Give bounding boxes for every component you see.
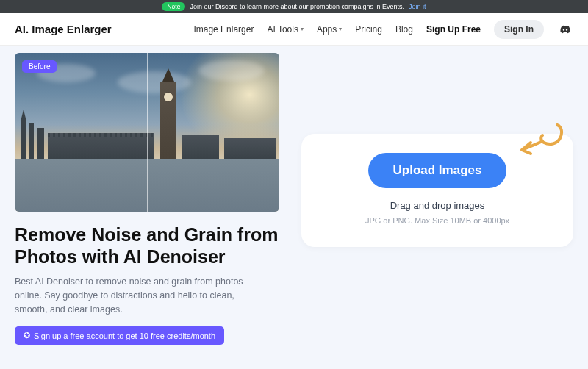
note-pill: Note — [162, 2, 185, 11]
nav-image-enlarger[interactable]: Image Enlarger — [193, 24, 254, 35]
page-description: Best AI Denoiser to remove noise and gra… — [15, 275, 268, 316]
chevron-down-icon: ▾ — [301, 26, 304, 32]
discord-icon[interactable] — [557, 23, 573, 36]
chevron-down-icon: ▾ — [339, 26, 342, 32]
compare-divider[interactable] — [147, 53, 148, 212]
before-badge: Before — [22, 60, 57, 73]
gift-icon: ✪ — [24, 331, 30, 340]
nav: Image Enlarger AI Tools▾ Apps▾ Pricing B… — [193, 20, 573, 39]
nav-ai-tools[interactable]: AI Tools▾ — [267, 24, 303, 35]
promo-banner: Note Join our Discord to learn more abou… — [0, 0, 588, 13]
page-title: Remove Noise and Grain from Photos with … — [15, 223, 279, 268]
upload-button[interactable]: Upload Images — [368, 153, 507, 188]
arrow-icon — [514, 119, 566, 160]
hero-image: Before — [15, 53, 279, 212]
signup-cta-button[interactable]: ✪ Sign up a free account to get 10 free … — [15, 326, 224, 345]
banner-link[interactable]: Join it — [409, 3, 426, 10]
upload-hint: JPG or PNG. Max Size 10MB or 4000px — [316, 216, 559, 225]
signin-button[interactable]: Sign In — [494, 20, 544, 39]
nav-pricing[interactable]: Pricing — [355, 24, 382, 35]
nav-apps[interactable]: Apps▾ — [317, 24, 342, 35]
signup-link[interactable]: Sign Up Free — [426, 24, 481, 35]
header: AI. Image Enlarger Image Enlarger AI Too… — [0, 13, 588, 46]
logo[interactable]: AI. Image Enlarger — [15, 23, 112, 35]
nav-blog[interactable]: Blog — [395, 24, 413, 35]
drag-drop-text: Drag and drop images — [316, 200, 559, 211]
banner-text: Join our Discord to learn more about our… — [190, 3, 404, 10]
